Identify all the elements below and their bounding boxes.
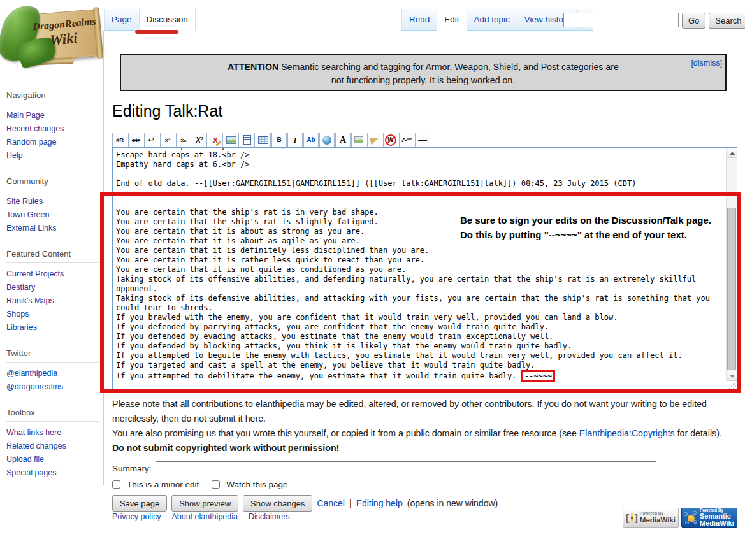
copyright-text: You are also promising us that you wrote… — [112, 428, 579, 438]
external-link-button[interactable] — [319, 133, 335, 147]
sidebar-item-main-page[interactable]: Main Page — [6, 111, 99, 120]
annotation-line2: Do this by putting "--~~~~" at the end o… — [460, 227, 737, 242]
w-glyph: W — [387, 136, 393, 143]
powered-by-mediawiki-badge[interactable]: [ ] Powered By MediaWiki — [623, 508, 679, 528]
bracket-left: [ — [626, 512, 629, 523]
edit-options: This is a minor edit Watch this page — [112, 480, 737, 489]
edit-notices: Please note that all contributions to el… — [112, 397, 730, 456]
embedded-image-button[interactable] — [351, 133, 366, 147]
wikitext-editor[interactable]: Outdoorsmanship hard caps at 14.<br /> E… — [112, 147, 737, 391]
headline-button[interactable]: A — [335, 133, 351, 147]
editor-scrollbar[interactable] — [726, 148, 737, 381]
footer-badges: [ ] Powered By MediaWiki Powered By Sema… — [623, 508, 737, 528]
media-link-button[interactable] — [367, 133, 382, 147]
sidebar-item-site-rules[interactable]: Site Rules — [6, 197, 99, 206]
resize-grip[interactable] — [727, 381, 736, 390]
triangle-up-icon — [730, 152, 735, 155]
content: ATTENTION Semantic searching and tagging… — [104, 0, 737, 512]
scroll-down-button[interactable] — [727, 371, 737, 381]
copyright-text-2: for details). — [675, 428, 722, 438]
show-preview-button[interactable]: Show preview — [171, 495, 238, 512]
editor-content: Outdoorsmanship hard caps at 14.<br /> E… — [116, 147, 714, 380]
editor-text: Outdoorsmanship hard caps at 14.<br /> E… — [116, 147, 723, 382]
show-changes-button[interactable]: Show changes — [243, 495, 312, 512]
summary-row: Summary: — [112, 461, 737, 475]
page-title: Editing Talk:Rat — [112, 102, 730, 124]
redirect-button[interactable]: #R — [112, 133, 127, 147]
subscript-button[interactable]: x₂ — [176, 133, 191, 147]
sidebar-item-what-links-here[interactable]: What links here — [6, 428, 99, 437]
scroll-up-button[interactable] — [727, 148, 737, 158]
internal-link-button[interactable]: Ab — [303, 133, 319, 147]
globe-icon — [322, 136, 331, 145]
sidebar-item-help[interactable]: Help — [6, 151, 99, 160]
page: DragonRealms Wiki Page Discussion Read E… — [0, 0, 745, 560]
disclaimers-link[interactable]: Disclaimers — [249, 512, 290, 521]
signature-button[interactable] — [399, 133, 414, 147]
summary-input[interactable] — [156, 461, 656, 475]
triangle-down-icon — [730, 375, 735, 378]
sidebar-heading: Community — [6, 176, 99, 190]
sidebar-section-toolbox: Toolbox What links here Related changes … — [6, 408, 99, 477]
site-notice-line1: ATTENTION Semantic searching and tagging… — [121, 61, 725, 74]
sidebar-item-recent-changes[interactable]: Recent changes — [6, 124, 99, 133]
scrollbar-thumb[interactable] — [727, 208, 736, 370]
summary-label: Summary: — [112, 464, 152, 473]
signature-highlight-box: --~~~~ — [521, 370, 555, 382]
math-formula-button[interactable]: X² — [192, 133, 207, 147]
sidebar-heading: Featured Content — [6, 249, 99, 263]
sidebar-item-bestiary[interactable]: Bestiary — [6, 283, 99, 292]
watch-page-checkbox[interactable] — [212, 480, 220, 489]
save-page-button[interactable]: Save page — [112, 495, 167, 512]
powered-by-semantic-mediawiki-badge[interactable]: Powered By Semantic MediaWiki — [681, 508, 737, 528]
nowiki-button[interactable]: W — [383, 133, 398, 147]
privacy-policy-link[interactable]: Privacy policy — [112, 512, 161, 521]
sidebar-item-related-changes[interactable]: Related changes — [6, 442, 99, 450]
minor-edit-label: This is a minor edit — [127, 480, 199, 489]
document-lines-icon — [243, 135, 251, 145]
bold-button[interactable]: B — [271, 133, 287, 147]
sidebar-item-external-links[interactable]: External Links — [6, 224, 99, 233]
line-break-button[interactable]: ↵ — [144, 133, 159, 147]
image-icon — [354, 136, 363, 143]
editing-help-link[interactable]: Editing help — [356, 498, 403, 508]
annotation-line1: Be sure to sign your edits on the Discus… — [460, 213, 737, 227]
sidebar-heading: Twitter — [6, 348, 99, 363]
minor-edit-checkbox[interactable] — [112, 480, 120, 489]
sidebar-section-twitter: Twitter @elanthipedia @dragonrealms — [6, 348, 99, 391]
site-notice-banner: ATTENTION Semantic searching and tagging… — [120, 54, 727, 91]
sidebar-item-dragonrealms-twitter[interactable]: @dragonrealms — [6, 382, 99, 391]
sidebar-item-upload-file[interactable]: Upload file — [6, 455, 99, 464]
molecule-icon — [684, 511, 698, 525]
superscript-button[interactable]: x² — [160, 133, 175, 147]
nowiki-pencil-button[interactable]: X — [208, 133, 223, 147]
table-button[interactable] — [256, 133, 271, 147]
contribution-notice: Please note that all contributions to el… — [112, 397, 730, 426]
sidebar-item-shops[interactable]: Shops — [6, 310, 99, 319]
sidebar-item-current-projects[interactable]: Current Projects — [6, 269, 99, 278]
signature-icon — [401, 136, 412, 143]
cancel-link[interactable]: Cancel — [317, 498, 345, 508]
smw-badge-text: Powered By Semantic MediaWiki — [700, 508, 734, 528]
sidebar-item-special-pages[interactable]: Special pages — [6, 468, 99, 477]
watch-page-label: Watch this page — [226, 480, 287, 489]
site-notice-attention: ATTENTION — [228, 62, 278, 72]
sidebar-item-raniks-maps[interactable]: Ranik's Maps — [6, 296, 99, 305]
horizontal-rule-button[interactable]: — — [415, 133, 430, 147]
table-icon — [258, 136, 268, 144]
sidebar-item-town-green[interactable]: Town Green — [6, 210, 99, 219]
dismiss-link[interactable]: [dismiss] — [691, 57, 722, 70]
site-logo[interactable]: DragonRealms Wiki — [1, 2, 103, 72]
sidebar-item-elanthipedia-twitter[interactable]: @elanthipedia — [6, 369, 99, 378]
sidebar-item-libraries[interactable]: Libraries — [6, 323, 99, 332]
mediawiki-label: MediaWiki — [640, 517, 676, 524]
reference-block-button[interactable] — [240, 133, 255, 147]
sidebar-item-random-page[interactable]: Random page — [6, 138, 99, 147]
strikethrough-button[interactable]: str — [128, 133, 143, 147]
sunflower-icon — [631, 513, 633, 522]
footer-links: Privacy policy About elanthipedia Discla… — [112, 512, 290, 521]
copyrights-link[interactable]: Elanthipedia:Copyrights — [579, 428, 675, 438]
gallery-button[interactable] — [224, 133, 239, 147]
about-link[interactable]: About elanthipedia — [171, 512, 238, 521]
italic-button[interactable]: I — [287, 133, 303, 147]
